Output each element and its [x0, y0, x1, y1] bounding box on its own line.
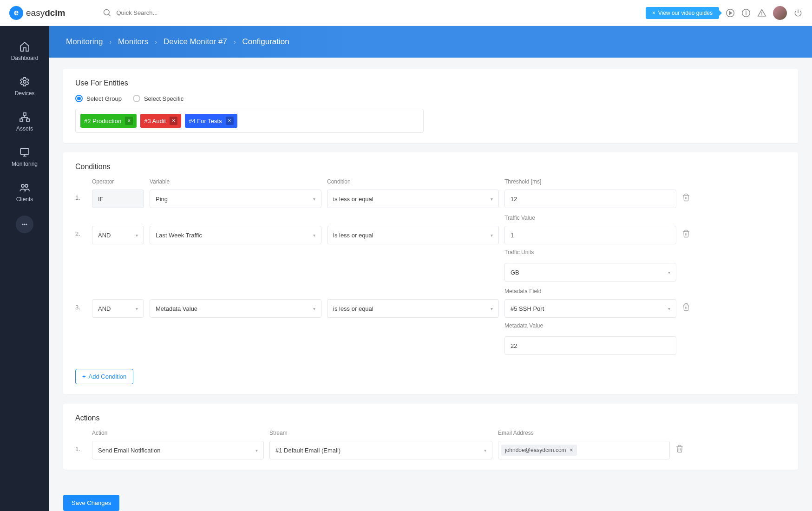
play-icon[interactable] [726, 8, 735, 18]
home-icon [19, 41, 30, 52]
breadcrumb-item[interactable]: Monitors [118, 37, 148, 46]
chevron-down-icon: ▾ [484, 448, 486, 453]
trash-icon [682, 229, 690, 238]
info-icon[interactable] [741, 8, 751, 18]
entity-tag: #2 Production× [80, 114, 137, 128]
variable-select[interactable]: Last Week Traffic▾ [150, 226, 321, 244]
power-icon[interactable] [793, 8, 803, 18]
sidebar: Dashboard Devices Assets Monitoring Clie… [0, 26, 49, 511]
chevron-right-icon: › [234, 38, 236, 46]
tag-remove-icon[interactable]: × [170, 117, 177, 125]
tag-remove-icon[interactable]: × [226, 117, 234, 125]
condition-select[interactable]: is less or equal▾ [327, 226, 499, 244]
breadcrumb-item[interactable]: Device Monitor #7 [164, 37, 227, 46]
column-header: Action [92, 430, 264, 436]
delete-row-button[interactable] [675, 441, 692, 455]
entity-tag: #4 For Tests× [185, 114, 237, 128]
variable-select[interactable]: Ping▾ [150, 190, 321, 208]
entity-tag-input[interactable]: #2 Production× #3 Audit× #4 For Tests× [75, 109, 424, 133]
svg-line-1 [108, 14, 110, 16]
chevron-down-icon: ▾ [313, 233, 315, 238]
delete-row-button[interactable] [682, 226, 699, 240]
radio-select-specific[interactable]: Select Specific [133, 95, 183, 102]
sidebar-item-clients[interactable]: Clients [0, 175, 49, 210]
stream-select[interactable]: #1 Default Email (Email)▾ [269, 441, 492, 459]
delete-row-button[interactable] [682, 299, 699, 313]
entities-panel: Use For Entities Select Group Select Spe… [63, 69, 798, 143]
avatar[interactable] [773, 6, 787, 20]
search-input[interactable] [117, 9, 210, 16]
field-label: Traffic Units [504, 249, 676, 256]
action-select[interactable]: Send Email Notification▾ [92, 441, 264, 459]
search-wrap[interactable] [103, 8, 210, 18]
trash-icon [682, 193, 690, 202]
sidebar-item-assets[interactable]: Assets [0, 104, 49, 139]
condition-select[interactable]: is less or equal▾ [327, 299, 499, 318]
column-header: Traffic Value [504, 215, 676, 221]
conditions-panel: Conditions Operator Variable Condition T… [63, 152, 798, 394]
radio-icon [75, 95, 83, 102]
close-icon[interactable]: × [652, 10, 655, 16]
column-header: Email Address [498, 430, 670, 436]
column-header: Variable [150, 178, 321, 185]
breadcrumb-bar: Monitoring › Monitors › Device Monitor #… [49, 26, 812, 58]
entity-tag: #3 Audit× [140, 114, 181, 128]
sidebar-item-dashboard[interactable]: Dashboard [0, 33, 49, 69]
operator-field[interactable]: AND▾ [92, 226, 144, 244]
chevron-down-icon: ▾ [491, 197, 493, 202]
extra-input[interactable]: 12 [504, 190, 676, 208]
row-number: 1. [75, 441, 86, 452]
actions-panel: Actions Action Stream Email Address 1. S… [63, 404, 798, 470]
svg-rect-19 [20, 149, 29, 154]
breadcrumb-item-current: Configuration [242, 37, 289, 46]
svg-point-0 [104, 9, 109, 15]
row-number: 1. [75, 190, 86, 201]
radio-icon [133, 95, 140, 102]
svg-point-24 [22, 224, 23, 225]
column-header: Stream [269, 430, 492, 436]
sidebar-item-devices[interactable]: Devices [0, 69, 49, 104]
svg-point-25 [24, 224, 25, 225]
panel-title: Actions [75, 414, 786, 422]
breadcrumb: Monitoring › Monitors › Device Monitor #… [66, 37, 795, 46]
chevron-down-icon: ▾ [136, 233, 138, 238]
extra-input[interactable]: 22 [504, 336, 676, 355]
column-header: Condition [327, 178, 499, 185]
users-icon [19, 182, 30, 193]
column-header: Metadata Field [504, 288, 676, 295]
video-guides-button[interactable]: × View our video guides [646, 7, 719, 19]
sidebar-more-button[interactable] [16, 216, 33, 233]
delete-row-button[interactable] [682, 190, 699, 203]
warning-icon[interactable] [757, 8, 766, 18]
svg-point-9 [762, 14, 762, 15]
search-icon [103, 8, 112, 18]
column-header: Threshold [ms] [504, 178, 676, 185]
variable-select[interactable]: Metadata Value▾ [150, 299, 321, 318]
operator-field[interactable]: AND▾ [92, 299, 144, 318]
gear-icon [19, 76, 30, 87]
extra-select[interactable]: GB▾ [504, 263, 676, 282]
email-input[interactable]: johndoe@easydcim.com× [498, 441, 670, 459]
monitor-icon [19, 147, 30, 158]
tag-remove-icon[interactable]: × [125, 117, 133, 125]
logo[interactable]: e easydcim [9, 6, 65, 20]
radio-select-group[interactable]: Select Group [75, 95, 122, 102]
condition-select[interactable]: is less or equal▾ [327, 190, 499, 208]
chevron-down-icon: ▾ [255, 448, 258, 453]
svg-marker-3 [729, 11, 732, 14]
topbar: e easydcim × View our video guides [0, 0, 812, 26]
svg-point-23 [25, 184, 28, 187]
extra-select[interactable]: #5 SSH Port▾ [504, 299, 676, 318]
add-condition-button[interactable]: + Add Condition [75, 369, 133, 384]
breadcrumb-item[interactable]: Monitoring [66, 37, 103, 46]
column-header: Operator [92, 178, 144, 185]
chevron-right-icon: › [155, 38, 157, 46]
sidebar-item-monitoring[interactable]: Monitoring [0, 139, 49, 175]
row-number: 2. [75, 226, 86, 237]
chip-remove-icon[interactable]: × [570, 447, 573, 453]
svg-point-26 [26, 224, 27, 225]
extra-input[interactable]: 1 [504, 226, 676, 244]
field-label: Metadata Value [504, 322, 676, 329]
save-button[interactable]: Save Changes [63, 495, 119, 511]
logo-text: easydcim [26, 8, 65, 18]
